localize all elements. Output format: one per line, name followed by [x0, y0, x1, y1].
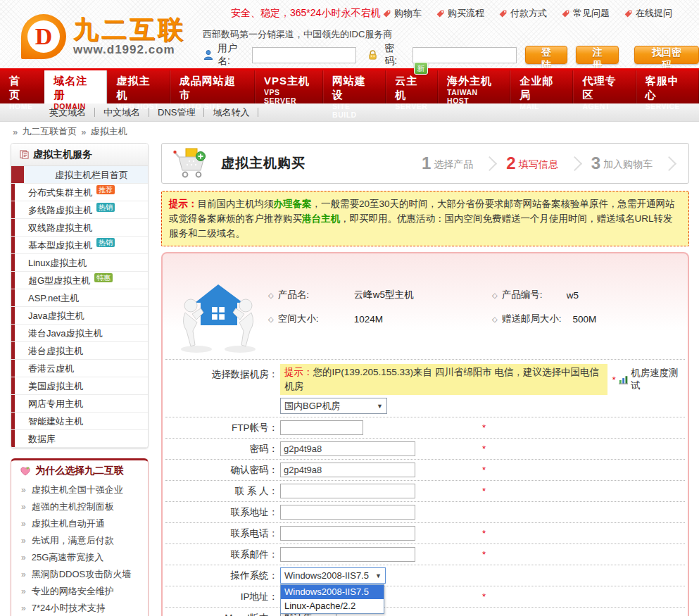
field-label: 联系电话：: [165, 527, 280, 540]
sidebar-item[interactable]: 智能建站主机: [11, 413, 148, 430]
why-item[interactable]: » 超强的主机控制面板: [11, 498, 148, 515]
sidebar-item[interactable]: 美国虚拟主机: [11, 377, 148, 395]
quick-links: 购物车 购买流程 付款方式 常见问题 在线提问: [382, 7, 672, 20]
logo[interactable]: D 九二互联 www.d1992.com: [21, 14, 186, 59]
sidebar-item[interactable]: 超G型虚拟主机 特惠: [11, 272, 148, 289]
password-label: 密 码:: [384, 42, 408, 68]
nav-item-en: AUTO SITE: [180, 102, 222, 111]
step-chevron-icon: [482, 156, 497, 170]
notice-prefix: 提示：: [169, 199, 198, 209]
why-item[interactable]: » 虚拟主机全国十强企业: [11, 482, 148, 498]
tag-icon: [498, 9, 508, 18]
diamond-icon: ◇: [492, 315, 498, 323]
login-button[interactable]: 登 陆: [525, 46, 568, 64]
main-nav: 首 页 HOME 域名注册 DOMAIN 虚拟主机 WEB HOST 成品网站超…: [0, 68, 699, 103]
breadcrumb-item[interactable]: 虚拟主机: [90, 125, 127, 138]
sidebar-item-label: 智能建站主机: [28, 413, 83, 430]
password-input[interactable]: [413, 47, 517, 63]
nav-item[interactable]: 客服中心 SERVICE: [636, 70, 699, 103]
quick-link[interactable]: 付款方式: [498, 7, 547, 20]
nav-item-en: MAIL: [519, 102, 539, 111]
notice-link-gangtai[interactable]: 港台主机: [302, 213, 340, 224]
nav-item-zh: 虚拟主机: [116, 74, 160, 102]
product-mail-value: 500M: [572, 314, 596, 325]
sidebar-item[interactable]: 港台Java虚拟主机: [11, 325, 148, 342]
bullet-chevron-icon: »: [21, 586, 26, 596]
sidebar-item-badge: 特惠: [94, 273, 113, 282]
nav-item[interactable]: 云主机 SERVER: [386, 70, 438, 103]
sidebar-item-label: 超G型虚拟主机: [28, 272, 90, 289]
why-item-label: 超强的主机控制面板: [32, 501, 114, 513]
sidebar-item[interactable]: 双线路虚拟主机: [11, 219, 148, 237]
why-item[interactable]: » 黑洞防DDOS攻击防火墙: [11, 566, 148, 583]
brand-url: www.d1992.com: [73, 43, 186, 57]
why-item[interactable]: » 7*24小时技术支持: [11, 600, 148, 616]
nav-item[interactable]: 网站建设 SITE BUILD: [323, 70, 386, 103]
bullet-chevron-icon: »: [21, 519, 26, 529]
quick-link-label: 购买流程: [448, 7, 484, 20]
sidebar-item[interactable]: 数据库: [11, 430, 148, 448]
field-input[interactable]: [280, 484, 415, 498]
nav-item-zh: 客服中心: [646, 74, 689, 102]
quick-link[interactable]: 在线提问: [624, 7, 672, 20]
sidebar-item[interactable]: 分布式集群主机 推荐: [11, 184, 148, 201]
mysql-label: Mysql版本：: [165, 612, 280, 616]
sidebar-item-label: 港台Java虚拟主机: [28, 325, 102, 342]
register-button[interactable]: 注 册: [576, 46, 619, 64]
required-asterisk: *: [482, 549, 486, 560]
nav-item[interactable]: 海外主机 TAIWAN HOST: [438, 70, 510, 103]
sidebar-item[interactable]: 多线路虚拟主机 热销: [11, 201, 148, 219]
field-input[interactable]: [280, 505, 415, 520]
sidebar-item[interactable]: Java虚拟主机: [11, 307, 148, 325]
nav-item[interactable]: 虚拟主机 WEB HOST: [107, 70, 170, 103]
sidebar-item[interactable]: Linux虚拟主机: [11, 254, 148, 272]
heart-icon: [20, 466, 31, 476]
field-input[interactable]: [280, 441, 415, 456]
os-option[interactable]: Windows2008-IIS7.5: [281, 585, 384, 599]
forgot-password-button[interactable]: 找回密码: [634, 46, 699, 64]
nav-item[interactable]: 代理专区 AGENT: [573, 70, 636, 103]
field-input[interactable]: [280, 526, 415, 541]
username-input[interactable]: [252, 47, 356, 63]
why-item-label: 虚拟主机全国十强企业: [32, 484, 123, 496]
os-option[interactable]: Linux-Apache/2.2: [281, 599, 384, 613]
datacenter-select[interactable]: 国内BGP机房 ▼: [280, 398, 387, 414]
notice-box: 提示：目前国内主机均须办理备案，一般需要20至30天的时间，大部分省份要求邮寄网…: [161, 191, 689, 246]
sidebar-item[interactable]: ASP.net主机: [11, 289, 148, 307]
field-input[interactable]: [280, 420, 363, 435]
sidebar-item[interactable]: 网店专用主机: [11, 395, 148, 413]
why-item[interactable]: » 先试用，满意后付款: [11, 532, 148, 549]
page-header: D 九二互联 www.d1992.com 安全、稳定，365*24小时永不宕机 …: [0, 0, 699, 68]
sidebar-item[interactable]: 基本型虚拟主机 热销: [11, 237, 148, 254]
sidebar-item-badge: 热销: [96, 238, 115, 247]
notice-link-beian[interactable]: 办理备案: [274, 199, 312, 209]
sidebar-services-title: 虚拟主机服务: [33, 149, 92, 161]
quick-link-label: 在线提问: [636, 7, 672, 20]
os-select[interactable]: Windows2008-IIS7.5 ▼: [280, 567, 386, 584]
quick-link[interactable]: 常见问题: [561, 7, 610, 20]
field-input[interactable]: [280, 547, 415, 562]
field-input[interactable]: [280, 463, 415, 477]
nav-item[interactable]: 成品网站超市 AUTO SITE: [170, 70, 255, 103]
why-item[interactable]: » 专业的网络安全维护: [11, 583, 148, 600]
nav-item[interactable]: 域名注册 DOMAIN: [44, 70, 107, 103]
step-chevron-icon: [662, 156, 676, 170]
why-item[interactable]: » 25G高速带宽接入: [11, 549, 148, 566]
nav-item[interactable]: VPS主机 VPS SERVER: [255, 70, 323, 103]
quick-link[interactable]: 购物车: [382, 7, 422, 20]
quick-link[interactable]: 购买流程: [436, 7, 484, 20]
speedtest-link[interactable]: 机房速度测试: [631, 367, 685, 392]
breadcrumb-item[interactable]: 九二互联首页: [22, 125, 77, 138]
nav-item[interactable]: 企业邮局 MAIL: [510, 70, 573, 103]
datacenter-label: 选择数据机房：: [165, 364, 280, 381]
sidebar-item-label: 虚拟主机栏目首页: [55, 166, 128, 184]
sidebar-item[interactable]: 港台虚拟主机: [11, 342, 148, 360]
quick-link-label: 常见问题: [573, 7, 610, 20]
sidebar-item[interactable]: 虚拟主机栏目首页: [11, 166, 148, 184]
sidebar-item[interactable]: 香港云虚机: [11, 360, 148, 377]
os-row: 操作系统： Windows2008-IIS7.5 ▼ Windows2008-I…: [165, 565, 685, 586]
why-item-label: 7*24小时技术支持: [32, 602, 106, 615]
why-item[interactable]: » 虚拟主机自动开通: [11, 515, 148, 532]
form-row: 联系电话： *: [165, 523, 685, 544]
nav-item[interactable]: 首 页 HOME: [0, 70, 44, 103]
